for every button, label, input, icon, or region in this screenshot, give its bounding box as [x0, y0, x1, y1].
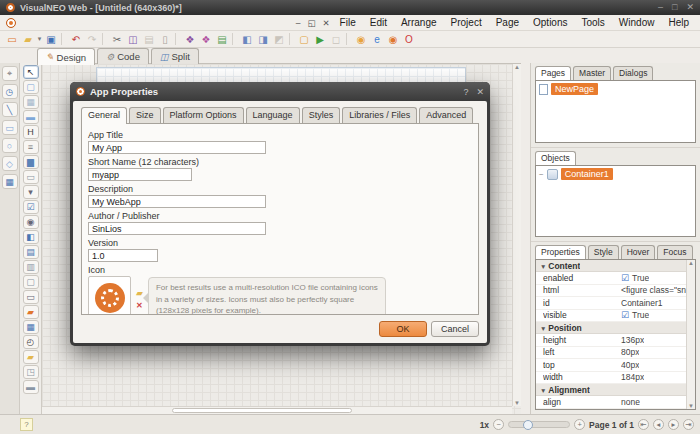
property-row[interactable]: id Container1 [536, 297, 686, 310]
banner-tool-icon[interactable]: ▆ [23, 155, 39, 169]
objects-panel-tab[interactable]: Objects [535, 151, 576, 165]
preview-window-icon[interactable]: ◨ [255, 32, 271, 47]
properties-panel-tab[interactable]: Properties [535, 245, 586, 259]
script-editor-icon[interactable]: ▤ [214, 32, 230, 47]
tree-expander-icon[interactable]: − [539, 170, 544, 179]
property-row[interactable]: Position [536, 322, 686, 334]
property-row[interactable]: visible True [536, 310, 686, 323]
tabs-tool-icon[interactable]: ◧ [23, 230, 39, 244]
cancel-button[interactable]: Cancel [431, 321, 479, 337]
maximize-button[interactable]: □ [672, 0, 677, 15]
selected-page-label[interactable]: NewPage [551, 83, 598, 95]
chrome-browser-icon[interactable]: ◉ [353, 32, 369, 47]
object-tree-item[interactable]: − Container1 [536, 166, 695, 182]
minimize-button[interactable]: – [658, 0, 663, 15]
mdi-minimize-button[interactable]: – [296, 18, 301, 28]
save-icon[interactable]: ▣ [43, 32, 59, 47]
rectangle-tool-icon[interactable]: ▭ [2, 120, 18, 135]
dialog-tab[interactable]: Platform Options [163, 107, 244, 123]
field-input[interactable] [88, 222, 266, 235]
app-icon-preview[interactable] [88, 276, 131, 315]
menu-item[interactable]: Options [526, 16, 574, 29]
listbox-tool-icon[interactable]: ▤ [23, 245, 39, 259]
add-object-icon[interactable]: ❖ [198, 32, 214, 47]
pages-panel-tab[interactable]: Pages [535, 66, 571, 80]
scroll-down-icon[interactable]: ▼ [688, 403, 694, 409]
dialog-tab[interactable]: Libraries / Files [342, 107, 417, 123]
panel-tool-icon[interactable]: ▬ [23, 110, 39, 124]
zoom-slider-thumb[interactable] [523, 420, 533, 430]
selected-object-label[interactable]: Container1 [561, 168, 613, 180]
heading-tool-icon[interactable]: H [23, 125, 39, 139]
dialog-titlebar[interactable]: App Properties ? ✕ [70, 82, 490, 101]
container-tool-icon[interactable]: ▢ [23, 80, 39, 94]
help-hint-box[interactable]: ? [20, 418, 33, 431]
zoom-slider[interactable] [508, 421, 570, 428]
property-row[interactable]: html <figure class="snip1... [536, 285, 686, 298]
open-dropdown-icon[interactable]: ▾ [36, 32, 43, 47]
object-tree-icon[interactable]: ❖ [182, 32, 198, 47]
timer-tool-icon[interactable]: ◷ [2, 84, 18, 99]
property-row[interactable]: margin-bottom [536, 409, 686, 411]
field-input[interactable] [88, 195, 266, 208]
property-row[interactable]: left 80px [536, 347, 686, 360]
folder-tool-icon[interactable]: ▰ [23, 350, 39, 364]
property-row[interactable]: top 40px [536, 359, 686, 372]
card-tool-icon[interactable]: ▥ [23, 260, 39, 274]
pages-panel-tab[interactable]: Master [573, 66, 611, 80]
paste-icon[interactable]: ▤ [141, 32, 157, 47]
scroll-up-icon[interactable]: ▲ [514, 64, 520, 70]
dialog-tab[interactable]: Advanced [419, 107, 473, 123]
page-list-item[interactable]: NewPage [536, 81, 695, 97]
close-button[interactable]: ✕ [686, 0, 694, 15]
ie-browser-icon[interactable]: e [369, 32, 385, 47]
window-settings-icon[interactable]: ◩ [271, 32, 287, 47]
line-tool-icon[interactable]: ╲ [2, 102, 18, 117]
zoom-out-button[interactable]: − [493, 419, 504, 430]
browse-icon-button[interactable]: ▰ [136, 288, 143, 298]
undo-icon[interactable]: ↶ [68, 32, 84, 47]
properties-scrollbar[interactable]: ▲ ▼ [686, 260, 695, 409]
menu-item[interactable]: Edit [363, 16, 394, 29]
copy-icon[interactable]: ◫ [125, 32, 141, 47]
last-page-button[interactable]: ⇥ [683, 419, 694, 430]
publish-icon[interactable]: ◻ [328, 32, 344, 47]
property-row[interactable]: Alignment [536, 384, 686, 396]
slider-tool-icon[interactable]: ▬ [23, 380, 39, 394]
field-input[interactable] [88, 141, 266, 154]
pages-panel-tab[interactable]: Dialogs [613, 66, 653, 80]
checkbox-tool-icon[interactable]: ☑ [23, 200, 39, 214]
menu-item[interactable]: Help [661, 16, 696, 29]
dialog-tab[interactable]: General [81, 107, 127, 124]
cut-icon[interactable]: ✂ [109, 32, 125, 47]
memo-tool-icon[interactable]: ▢ [23, 275, 39, 289]
redo-icon[interactable]: ↷ [84, 32, 100, 47]
ok-button[interactable]: OK [379, 321, 427, 337]
image-tool-icon[interactable]: ▦ [2, 174, 18, 189]
field-input[interactable] [88, 249, 158, 262]
mdi-close-button[interactable]: ✕ [322, 18, 329, 28]
remove-icon-button[interactable]: ✕ [136, 301, 143, 310]
textbox-tool-icon[interactable]: ▭ [23, 290, 39, 304]
tab-code[interactable]: ⚙ Code [97, 48, 149, 64]
menu-item[interactable]: Page [489, 16, 526, 29]
hotspot-tool-icon[interactable]: ⌖ [2, 66, 18, 81]
zoom-in-button[interactable]: + [574, 419, 585, 430]
field-input[interactable] [88, 168, 192, 181]
run-app-icon[interactable]: ▶ [312, 32, 328, 47]
new-page-icon[interactable]: ▢ [296, 32, 312, 47]
menu-item[interactable]: Window [612, 16, 662, 29]
grid-container-tool-icon[interactable]: ▦ [23, 95, 39, 109]
button-tool-icon[interactable]: ▭ [23, 170, 39, 184]
polygon-tool-icon[interactable]: ◇ [2, 156, 18, 171]
new-project-icon[interactable]: ▭ [4, 32, 20, 47]
opera-browser-icon[interactable]: O [401, 32, 417, 47]
property-row[interactable]: width 184px [536, 372, 686, 385]
scroll-thumb[interactable] [172, 408, 352, 413]
menu-item[interactable]: File [333, 16, 363, 29]
scroll-up-icon[interactable]: ▲ [688, 260, 694, 266]
pointer-tool-icon[interactable]: ↖ [23, 65, 39, 79]
time-tool-icon[interactable]: ◴ [23, 335, 39, 349]
properties-panel-tab[interactable]: Style [588, 245, 619, 259]
properties-panel-tab[interactable]: Hover [621, 245, 656, 259]
